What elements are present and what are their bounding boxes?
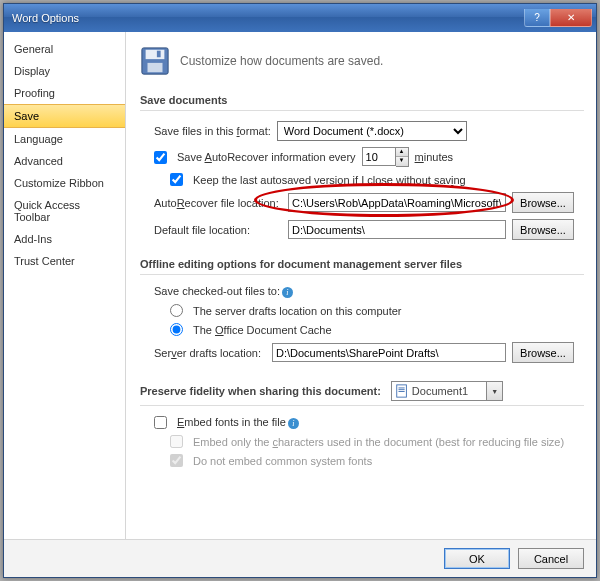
section-fidelity: Preserve fidelity when sharing this docu…: [140, 375, 584, 406]
embed-only-chars-checkbox: [170, 435, 183, 448]
help-button[interactable]: ?: [524, 9, 550, 27]
autorecover-location-input[interactable]: [288, 193, 506, 212]
word-doc-icon: [395, 384, 409, 398]
fidelity-doc-name: Document1: [412, 385, 486, 397]
ok-button[interactable]: OK: [444, 548, 510, 569]
embed-only-chars-label: Embed only the characters used in the do…: [193, 436, 564, 448]
server-drafts-location-label: Server drafts location:: [154, 347, 266, 359]
svg-rect-7: [398, 391, 404, 392]
server-drafts-browse-button[interactable]: Browse...: [512, 342, 574, 363]
sidebar: General Display Proofing Save Language A…: [4, 32, 126, 539]
info-icon[interactable]: i: [282, 287, 293, 298]
sidebar-item-customize-ribbon[interactable]: Customize Ribbon: [4, 172, 125, 194]
autorecover-minutes-input[interactable]: [362, 147, 396, 166]
save-format-select[interactable]: Word Document (*.docx): [277, 121, 467, 141]
fidelity-document-select[interactable]: Document1 ▼: [391, 381, 503, 401]
dialog-footer: OK Cancel: [4, 539, 596, 577]
default-location-label: Default file location:: [154, 224, 282, 236]
sidebar-item-display[interactable]: Display: [4, 60, 125, 82]
svg-rect-2: [148, 63, 163, 72]
sidebar-item-addins[interactable]: Add-Ins: [4, 228, 125, 250]
close-button[interactable]: ✕: [550, 9, 592, 27]
svg-rect-1: [146, 50, 165, 59]
no-common-fonts-checkbox: [170, 454, 183, 467]
sidebar-item-trust-center[interactable]: Trust Center: [4, 250, 125, 272]
autorecover-browse-button[interactable]: Browse...: [512, 192, 574, 213]
format-label: Save files in this format:: [154, 125, 271, 137]
svg-rect-6: [398, 389, 404, 390]
svg-rect-5: [398, 388, 404, 389]
embed-fonts-label: Embed fonts in the filei: [177, 416, 299, 429]
office-cache-radio-label: The Office Document Cache: [193, 324, 332, 336]
sidebar-item-proofing[interactable]: Proofing: [4, 82, 125, 104]
chevron-down-icon: ▼: [486, 382, 502, 400]
no-common-fonts-label: Do not embed common system fonts: [193, 455, 372, 467]
default-location-input[interactable]: [288, 220, 506, 239]
sidebar-item-save[interactable]: Save: [4, 104, 125, 128]
section-save-documents: Save documents: [140, 88, 584, 111]
sidebar-item-general[interactable]: General: [4, 38, 125, 60]
keep-last-autosave-checkbox[interactable]: [170, 173, 183, 186]
section-offline: Offline editing options for document man…: [140, 252, 584, 275]
window-title: Word Options: [12, 12, 524, 24]
autorecover-label: Save AutoRecover information every: [177, 151, 356, 163]
sidebar-item-qat[interactable]: Quick Access Toolbar: [4, 194, 125, 228]
autorecover-checkbox[interactable]: [154, 151, 167, 164]
svg-rect-3: [157, 51, 161, 58]
checked-out-label: Save checked-out files to:i: [154, 285, 293, 298]
fidelity-title-text: Preserve fidelity when sharing this docu…: [140, 385, 381, 397]
titlebar: Word Options ? ✕: [4, 4, 596, 32]
minutes-label: minutes: [415, 151, 454, 163]
server-drafts-location-input[interactable]: [272, 343, 506, 362]
office-cache-radio[interactable]: [170, 323, 183, 336]
cancel-button[interactable]: Cancel: [518, 548, 584, 569]
keep-last-autosave-label: Keep the last autosaved version if I clo…: [193, 174, 466, 186]
minutes-spinner[interactable]: ▲▼: [396, 147, 409, 167]
info-icon[interactable]: i: [288, 418, 299, 429]
sidebar-item-language[interactable]: Language: [4, 128, 125, 150]
server-drafts-radio-label: The server drafts location on this compu…: [193, 305, 401, 317]
save-disk-icon: [140, 46, 170, 76]
embed-fonts-checkbox[interactable]: [154, 416, 167, 429]
default-browse-button[interactable]: Browse...: [512, 219, 574, 240]
autorecover-location-label: AutoRecover file location:: [154, 197, 282, 209]
sidebar-item-advanced[interactable]: Advanced: [4, 150, 125, 172]
page-subtitle: Customize how documents are saved.: [180, 54, 383, 68]
server-drafts-radio[interactable]: [170, 304, 183, 317]
